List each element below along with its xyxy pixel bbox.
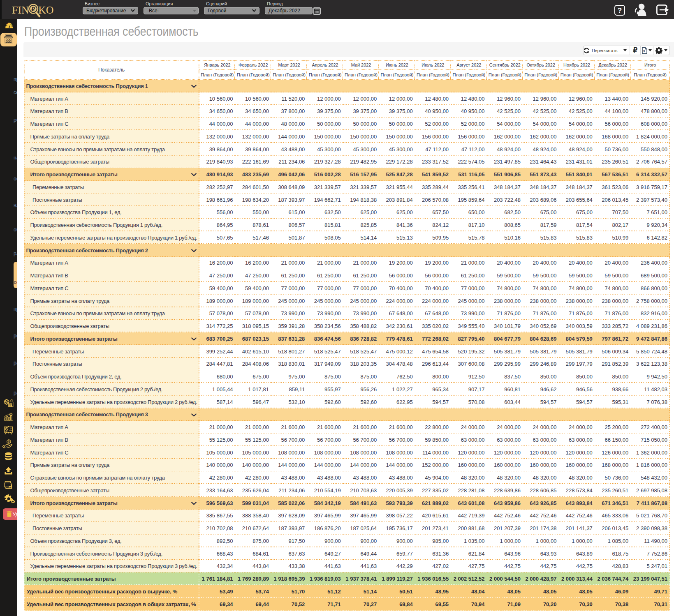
svg-text:FIN: FIN xyxy=(12,4,29,16)
svg-text:KO: KO xyxy=(38,4,54,16)
svg-text:₽: ₽ xyxy=(32,6,35,12)
svg-text:x: x xyxy=(643,49,645,53)
